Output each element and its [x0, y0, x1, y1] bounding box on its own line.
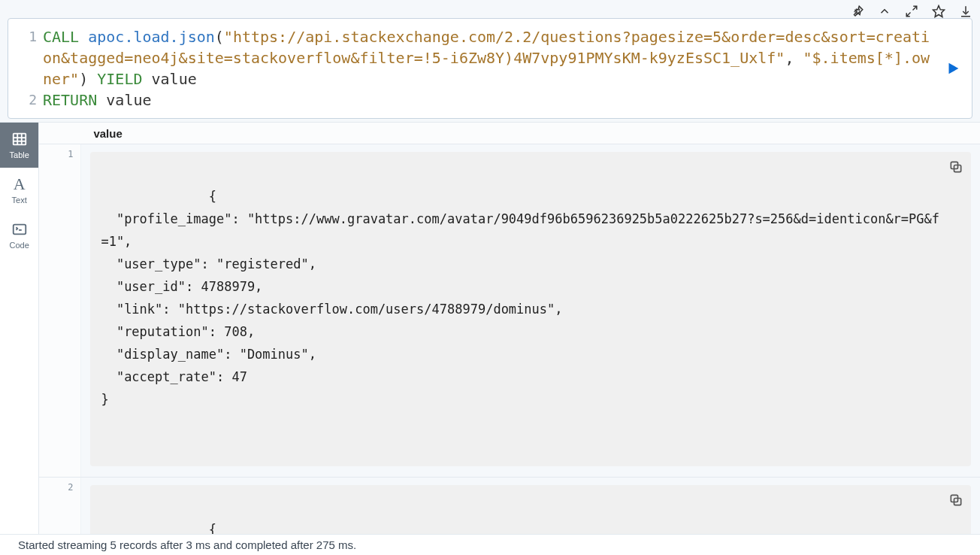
chevron-up-icon[interactable] — [878, 5, 891, 18]
code-icon — [11, 221, 28, 238]
copy-icon[interactable] — [948, 159, 963, 174]
status-bar: Started streaming 5 records after 3 ms a… — [0, 534, 980, 555]
json-cell[interactable]: { "profile_image": "https://www.gravatar… — [90, 485, 971, 534]
sidebar-item-text[interactable]: A Text — [0, 168, 38, 213]
expand-icon[interactable] — [905, 5, 918, 18]
star-icon[interactable] — [932, 5, 945, 18]
query-editor[interactable]: 1 CALL apoc.load.json("https://api.stack… — [8, 18, 972, 119]
sidebar-item-label: Table — [10, 150, 29, 159]
line-number: 1 — [16, 26, 37, 89]
sidebar-item-label: Text — [12, 196, 27, 205]
code-line[interactable]: CALL apoc.load.json("https://api.stackex… — [43, 26, 937, 89]
sidebar-item-code[interactable]: Code — [0, 213, 38, 258]
row-number: 1 — [39, 144, 81, 477]
download-icon[interactable] — [959, 5, 972, 18]
text-icon: A — [11, 176, 28, 193]
results-panel: value 1 { "profile_image": "https://www.… — [39, 123, 980, 534]
copy-icon[interactable] — [948, 493, 963, 508]
code-line[interactable]: RETURN value — [43, 89, 937, 111]
svg-marker-2 — [933, 6, 945, 17]
row-number: 2 — [39, 478, 81, 534]
svg-line-1 — [906, 13, 910, 17]
json-cell[interactable]: { "profile_image": "https://www.gravatar… — [90, 152, 971, 466]
table-icon — [11, 131, 28, 147]
table-row: 2 { "profile_image": "https://www.gravat… — [39, 478, 980, 534]
svg-marker-4 — [949, 63, 959, 74]
sidebar-item-table[interactable]: Table — [0, 123, 38, 168]
svg-line-0 — [913, 6, 917, 10]
result-rows[interactable]: 1 { "profile_image": "https://www.gravat… — [39, 144, 980, 534]
json-text: { "profile_image": "https://www.gravatar… — [101, 189, 939, 407]
run-button[interactable] — [945, 60, 961, 77]
column-header: value — [39, 123, 980, 144]
table-row: 1 { "profile_image": "https://www.gravat… — [39, 144, 980, 478]
svg-rect-5 — [13, 134, 26, 145]
json-text: { "profile_image": "https://www.gravatar… — [101, 522, 939, 534]
sidebar-item-label: Code — [10, 241, 29, 250]
line-number: 2 — [16, 89, 37, 111]
pin-icon[interactable] — [851, 5, 864, 18]
view-sidebar: Table A Text Code — [0, 123, 39, 534]
